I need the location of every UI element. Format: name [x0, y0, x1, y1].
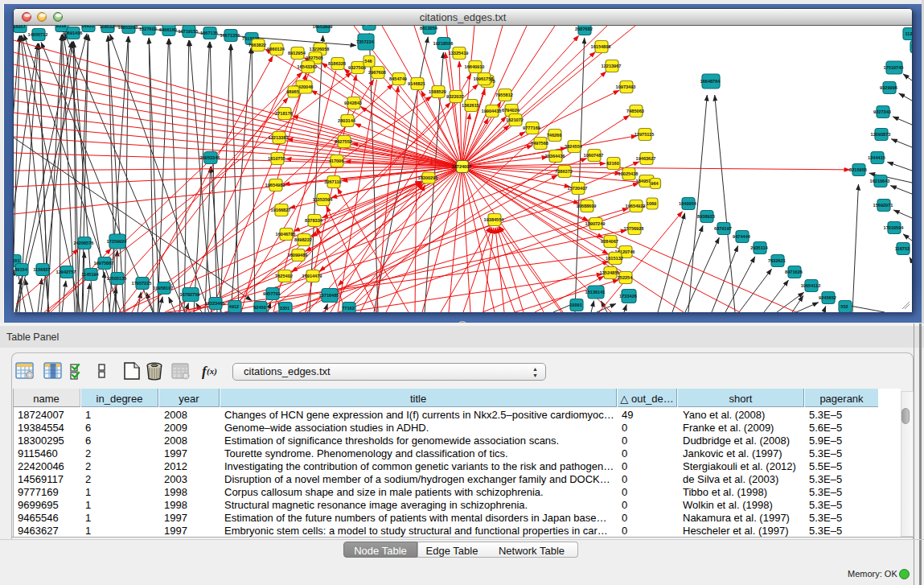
svg-text:8498222: 8498222	[294, 237, 312, 242]
svg-text:98965: 98965	[286, 89, 299, 94]
svg-text:9318: 9318	[56, 25, 66, 28]
svg-text:19904438: 19904438	[482, 109, 502, 113]
svg-text:9245652: 9245652	[819, 295, 836, 300]
svg-text:12213383: 12213383	[269, 135, 289, 140]
svg-text:15716485: 15716485	[319, 293, 339, 298]
svg-text:10688609: 10688609	[577, 204, 597, 208]
svg-text:7625402: 7625402	[275, 274, 293, 278]
svg-text:1069: 1069	[647, 201, 656, 206]
svg-text:19463627: 19463627	[636, 156, 656, 161]
svg-text:10719155: 10719155	[179, 29, 199, 34]
svg-text:9827505: 9827505	[306, 56, 323, 60]
svg-text:6794024: 6794024	[502, 108, 520, 113]
svg-text:9284067: 9284067	[601, 239, 618, 244]
svg-text:2718176: 2718176	[275, 111, 293, 116]
svg-text:8427552: 8427552	[335, 139, 352, 144]
svg-text:15692971: 15692971	[873, 203, 893, 208]
svg-text:15720407: 15720407	[568, 186, 588, 191]
svg-text:6466160: 6466160	[159, 27, 177, 32]
svg-text:1527602: 1527602	[139, 27, 157, 31]
svg-text:10654112: 10654112	[801, 283, 821, 288]
svg-text:116753: 116753	[895, 246, 910, 251]
svg-text:16648764: 16648764	[700, 79, 721, 84]
svg-text:24206576: 24206576	[74, 241, 94, 245]
svg-text:19384554: 19384554	[484, 217, 505, 222]
svg-text:16053809: 16053809	[313, 25, 333, 29]
svg-text:16210643: 16210643	[870, 179, 890, 183]
svg-text:16933: 16933	[81, 25, 94, 28]
svg-text:17957225: 17957225	[132, 281, 152, 286]
svg-text:8912954: 8912954	[288, 51, 306, 56]
svg-text:1156827: 1156827	[33, 267, 50, 272]
svg-text:108532: 108532	[100, 25, 115, 29]
svg-text:16057: 16057	[14, 25, 26, 29]
svg-text:1117: 1117	[911, 44, 912, 49]
svg-text:11353594: 11353594	[313, 197, 333, 202]
svg-text:16671355: 16671355	[220, 33, 240, 38]
svg-text:13226058: 13226058	[310, 47, 330, 51]
svg-text:2967608: 2967608	[368, 70, 386, 75]
svg-text:16099489: 16099489	[288, 253, 308, 257]
svg-text:1362615: 1362615	[462, 103, 479, 108]
svg-text:10958107: 10958107	[154, 286, 174, 290]
svg-text:9146821: 9146821	[408, 81, 425, 86]
svg-text:1640954: 1640954	[679, 201, 697, 206]
svg-text:14055712: 14055712	[28, 32, 48, 37]
svg-text:12975115: 12975115	[634, 132, 655, 137]
svg-text:1615132: 1615132	[606, 256, 623, 261]
svg-text:2803144: 2803144	[338, 118, 356, 123]
svg-text:16154808: 16154808	[591, 44, 611, 49]
svg-text:17510745: 17510745	[884, 65, 904, 70]
svg-text:1610755: 1610755	[268, 156, 285, 161]
svg-text:7663822: 7663822	[248, 43, 266, 47]
svg-text:2087682: 2087682	[575, 27, 593, 31]
svg-text:6497568: 6497568	[531, 141, 548, 146]
svg-text:10961758: 10961758	[474, 76, 494, 81]
svg-text:10025438: 10025438	[618, 171, 639, 176]
svg-text:252254: 252254	[618, 275, 634, 280]
svg-text:13325419: 13325419	[449, 51, 469, 56]
svg-text:964: 964	[651, 181, 659, 186]
svg-text:18907249: 18907249	[585, 221, 606, 226]
svg-text:7485063: 7485063	[626, 109, 644, 113]
svg-text:17359924: 17359924	[107, 239, 128, 244]
svg-text:552: 552	[840, 304, 848, 309]
svg-text:9457791: 9457791	[263, 291, 281, 296]
svg-text:417006: 417006	[329, 159, 344, 163]
svg-text:8454749: 8454749	[389, 76, 407, 81]
svg-text:9322037: 9322037	[446, 94, 464, 99]
svg-text:19218506: 19218506	[433, 41, 454, 46]
svg-text:8378334: 8378334	[305, 218, 323, 223]
svg-text:3267110: 3267110	[324, 179, 341, 184]
svg-text:62160: 62160	[606, 161, 619, 166]
svg-text:7955812: 7955812	[495, 93, 513, 97]
svg-text:12323466: 12323466	[205, 301, 225, 306]
svg-text:18724007: 18724007	[452, 164, 472, 169]
svg-text:10973493: 10973493	[616, 84, 636, 89]
svg-text:20691406: 20691406	[63, 31, 83, 35]
svg-text:9660124: 9660124	[267, 47, 285, 51]
svg-text:9329996: 9329996	[880, 85, 897, 90]
svg-text:546: 546	[364, 59, 372, 64]
svg-text:9474444: 9474444	[733, 234, 751, 239]
svg-text:9327508: 9327508	[348, 65, 366, 70]
svg-text:10853287: 10853287	[118, 25, 138, 30]
svg-text:12213967: 12213967	[602, 64, 622, 68]
svg-text:8215955: 8215955	[849, 167, 867, 172]
svg-text:9242843: 9242843	[344, 101, 362, 105]
svg-text:19975887: 19975887	[94, 261, 114, 266]
svg-text:12942757: 12942757	[56, 270, 76, 274]
svg-text:8471626: 8471626	[785, 270, 803, 274]
svg-text:85051: 85051	[14, 258, 20, 263]
svg-text:1145194: 1145194	[81, 272, 99, 277]
svg-text:1588520: 1588520	[429, 89, 446, 94]
svg-text:7632621: 7632621	[768, 258, 786, 263]
svg-text:18300295: 18300295	[418, 175, 438, 180]
svg-text:19654923: 19654923	[626, 204, 646, 208]
svg-text:9227343: 9227343	[873, 109, 891, 114]
svg-text:1621072: 1621072	[506, 117, 524, 122]
svg-text:16543362: 16543362	[298, 64, 318, 69]
svg-text:884130: 884130	[361, 25, 376, 27]
svg-text:6879197: 6879197	[714, 226, 732, 231]
svg-text:112: 112	[905, 31, 912, 36]
